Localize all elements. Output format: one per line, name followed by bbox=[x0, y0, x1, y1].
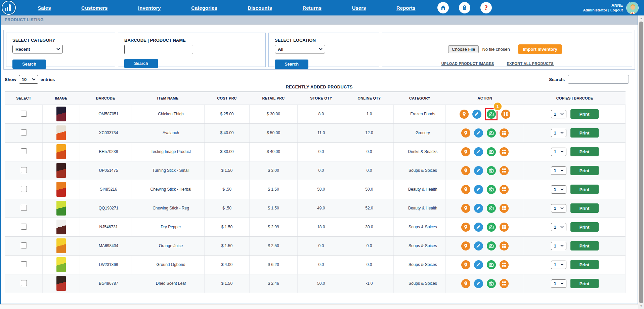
print-barcode-button[interactable]: Print bbox=[570, 279, 599, 288]
export-all-products-link[interactable]: EXPORT ALL PRODUCTS bbox=[507, 62, 554, 66]
page-size-select[interactable]: 10 bbox=[19, 75, 38, 84]
row-select-checkbox[interactable] bbox=[21, 280, 27, 286]
camera-icon[interactable] bbox=[487, 260, 496, 269]
help-icon[interactable]: ? bbox=[480, 2, 492, 13]
row-select-checkbox[interactable] bbox=[21, 148, 27, 154]
camera-icon[interactable] bbox=[487, 185, 496, 194]
location-select[interactable]: All bbox=[275, 45, 325, 53]
barcode-grid-icon[interactable] bbox=[500, 279, 509, 288]
print-barcode-button[interactable]: Print bbox=[570, 128, 599, 138]
location-pin-icon[interactable] bbox=[461, 185, 470, 194]
home-icon[interactable] bbox=[437, 2, 449, 13]
location-pin-icon[interactable] bbox=[461, 204, 470, 213]
camera-icon[interactable] bbox=[487, 147, 496, 156]
row-select-checkbox[interactable] bbox=[21, 205, 27, 211]
location-pin-icon[interactable] bbox=[460, 110, 469, 119]
edit-pencil-icon[interactable] bbox=[474, 223, 483, 232]
edit-pencil-icon[interactable] bbox=[474, 147, 483, 156]
print-barcode-button[interactable]: Print bbox=[570, 203, 599, 213]
edit-pencil-icon[interactable] bbox=[474, 260, 483, 269]
nav-item-categories[interactable]: Categories bbox=[191, 5, 217, 11]
nav-item-users[interactable]: Users bbox=[352, 5, 366, 11]
print-barcode-button[interactable]: Print bbox=[570, 109, 599, 119]
copies-select[interactable]: 1 bbox=[551, 223, 566, 231]
camera-icon[interactable] bbox=[487, 204, 496, 213]
camera-icon[interactable] bbox=[487, 223, 496, 232]
barcode-search-button[interactable]: Search bbox=[124, 59, 158, 68]
barcode-grid-icon[interactable] bbox=[500, 241, 509, 250]
horizontal-scrollbar[interactable] bbox=[0, 304, 638, 309]
choose-file-button[interactable]: Choose File bbox=[448, 45, 479, 53]
location-pin-icon[interactable] bbox=[461, 128, 470, 138]
barcode-grid-icon[interactable] bbox=[500, 185, 509, 194]
nav-item-inventory[interactable]: Inventory bbox=[138, 5, 161, 11]
scroll-down-arrow[interactable]: ▼ bbox=[638, 303, 644, 309]
import-inventory-button[interactable]: Import Inventory bbox=[518, 44, 562, 54]
location-pin-icon[interactable] bbox=[461, 260, 470, 269]
edit-pencil-icon[interactable] bbox=[474, 241, 483, 250]
copies-select[interactable]: 1 bbox=[551, 242, 566, 250]
location-pin-icon[interactable] bbox=[461, 241, 470, 250]
category-select[interactable]: Recent bbox=[12, 45, 63, 53]
upload-product-images-link[interactable]: UPLOAD PRODUCT IMAGES bbox=[441, 62, 494, 66]
user-avatar[interactable] bbox=[626, 2, 639, 14]
camera-icon[interactable] bbox=[487, 241, 496, 250]
camera-icon[interactable] bbox=[487, 110, 496, 119]
edit-pencil-icon[interactable] bbox=[472, 110, 481, 119]
edit-pencil-icon[interactable] bbox=[474, 166, 483, 175]
print-barcode-button[interactable]: Print bbox=[570, 166, 599, 175]
print-barcode-button[interactable]: Print bbox=[570, 241, 599, 250]
row-select-checkbox[interactable] bbox=[21, 111, 27, 117]
row-select-checkbox[interactable] bbox=[21, 242, 27, 248]
row-select-checkbox[interactable] bbox=[21, 261, 27, 267]
category-search-button[interactable]: Search bbox=[12, 60, 46, 69]
scroll-up-arrow[interactable]: ▲ bbox=[638, 15, 644, 21]
nav-item-sales[interactable]: Sales bbox=[38, 5, 51, 11]
location-search-button[interactable]: Search bbox=[275, 60, 308, 69]
copies-select[interactable]: 1 bbox=[551, 279, 566, 288]
table-search-input[interactable] bbox=[568, 75, 629, 84]
copies-select[interactable]: 1 bbox=[551, 129, 566, 137]
camera-icon[interactable] bbox=[487, 128, 496, 138]
scrollbar-thumb[interactable] bbox=[639, 22, 643, 303]
row-select-checkbox[interactable] bbox=[21, 129, 27, 136]
barcode-grid-icon[interactable] bbox=[500, 260, 509, 269]
edit-pencil-icon[interactable] bbox=[474, 204, 483, 213]
copies-select[interactable]: 1 bbox=[551, 110, 566, 118]
copies-select[interactable]: 1 bbox=[551, 148, 566, 156]
nav-item-customers[interactable]: Customers bbox=[81, 5, 108, 11]
location-pin-icon[interactable] bbox=[461, 279, 470, 288]
print-barcode-button[interactable]: Print bbox=[570, 222, 599, 232]
copies-select[interactable]: 1 bbox=[551, 185, 566, 194]
vertical-scrollbar[interactable]: ▲ ▼ bbox=[638, 15, 644, 309]
location-pin-icon[interactable] bbox=[461, 147, 470, 156]
app-logo[interactable] bbox=[2, 1, 16, 15]
nav-item-reports[interactable]: Reports bbox=[396, 5, 416, 11]
print-barcode-button[interactable]: Print bbox=[570, 147, 599, 156]
location-pin-icon[interactable] bbox=[461, 166, 470, 175]
edit-pencil-icon[interactable] bbox=[474, 128, 483, 138]
file-input[interactable]: Choose File No file chosen bbox=[448, 45, 510, 53]
nav-item-discounts[interactable]: Discounts bbox=[248, 5, 272, 11]
logout-link[interactable]: Logout bbox=[610, 8, 623, 12]
barcode-grid-icon[interactable] bbox=[500, 223, 509, 232]
lock-icon[interactable] bbox=[459, 2, 470, 13]
copies-select[interactable]: 1 bbox=[551, 261, 566, 269]
camera-icon[interactable] bbox=[487, 166, 496, 175]
row-select-checkbox[interactable] bbox=[21, 186, 27, 192]
barcode-grid-icon[interactable] bbox=[501, 110, 510, 119]
barcode-grid-icon[interactable] bbox=[500, 166, 509, 175]
copies-select[interactable]: 1 bbox=[551, 166, 566, 175]
print-barcode-button[interactable]: Print bbox=[570, 185, 599, 194]
nav-item-returns[interactable]: Returns bbox=[302, 5, 321, 11]
copies-select[interactable]: 1 bbox=[551, 204, 566, 213]
camera-icon[interactable] bbox=[487, 279, 496, 288]
edit-pencil-icon[interactable] bbox=[474, 279, 483, 288]
barcode-grid-icon[interactable] bbox=[500, 147, 509, 156]
barcode-product-input[interactable] bbox=[124, 45, 193, 54]
row-select-checkbox[interactable] bbox=[21, 167, 27, 173]
location-pin-icon[interactable] bbox=[461, 223, 470, 232]
barcode-grid-icon[interactable] bbox=[500, 204, 509, 213]
row-select-checkbox[interactable] bbox=[21, 224, 27, 230]
barcode-grid-icon[interactable] bbox=[500, 128, 509, 138]
